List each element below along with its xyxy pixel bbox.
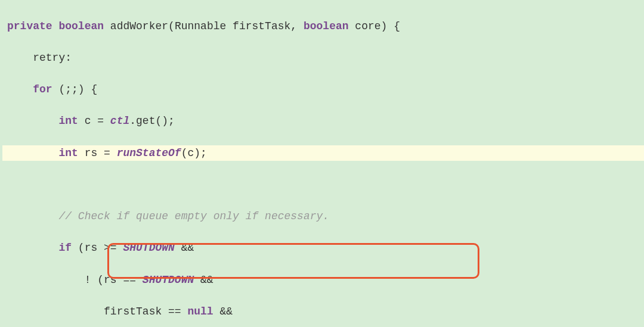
keyword: int <box>58 147 78 159</box>
keyword: if <box>58 242 72 254</box>
comment: // Check if queue empty only if necessar… <box>58 210 329 222</box>
keyword: int <box>58 115 78 127</box>
constant: SHUTDOWN <box>123 242 174 254</box>
keyword: boolean <box>304 20 349 32</box>
code-line: for (;;) { <box>2 82 644 98</box>
code-line: private boolean addWorker(Runnable first… <box>2 18 644 35</box>
code-line-highlight: int rs = runStateOf(c); <box>2 145 644 161</box>
field: ctl <box>110 115 129 127</box>
code-container: private boolean addWorker(Runnable first… <box>0 0 644 327</box>
code-line: ! (rs == SHUTDOWN && <box>2 272 644 288</box>
code-line: firstTask == null && <box>2 304 644 320</box>
keyword: null <box>187 306 213 317</box>
code-block: private boolean addWorker(Runnable first… <box>0 0 644 327</box>
code-line: retry: <box>2 50 644 66</box>
keyword: boolean <box>58 20 104 32</box>
keyword: for <box>33 83 52 95</box>
code-line: if (rs >= SHUTDOWN && <box>2 240 644 256</box>
keyword: private <box>7 20 52 32</box>
code-line: int c = ctl.get(); <box>2 113 644 129</box>
constant: SHUTDOWN <box>143 274 194 286</box>
method: runStateOf <box>117 147 181 159</box>
code-line <box>2 177 644 193</box>
code-line: // Check if queue empty only if necessar… <box>2 208 644 225</box>
